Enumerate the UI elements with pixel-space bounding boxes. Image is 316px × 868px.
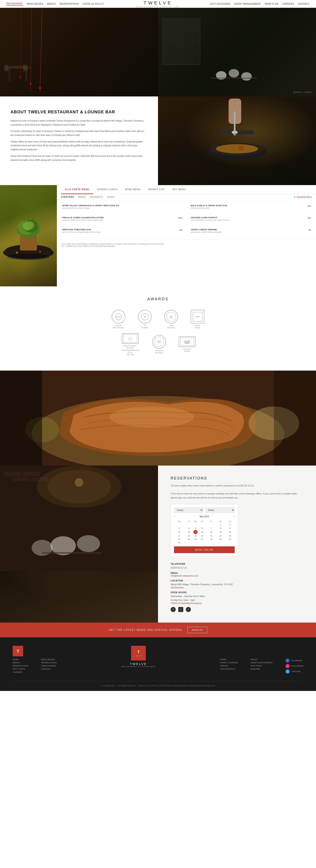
- cal-day[interactable]: 2: [225, 523, 235, 527]
- footer-col-2: MENU BOXES RESERVATIONS TWELVE NEWS CONT…: [41, 646, 57, 675]
- cal-day[interactable]: 31: [174, 541, 184, 544]
- award-fine-dining: Fine DiningRestaurant Michelin Guide & A…: [121, 333, 140, 356]
- cal-day[interactable]: 30: [225, 537, 235, 541]
- cal-day[interactable]: 15: [216, 530, 225, 534]
- footer-link-reservations[interactable]: RESERVATIONS: [13, 665, 29, 667]
- subtab-starters[interactable]: STARTERS: [61, 196, 74, 198]
- cal-day[interactable]: 17: [174, 534, 184, 537]
- cal-day[interactable]: 14: [207, 530, 216, 534]
- awards-row-2: Fine DiningRestaurant Michelin Guide & A…: [17, 333, 299, 356]
- svg-text:T: T: [16, 649, 19, 654]
- footer-link-our-food[interactable]: OUR FOOD: [251, 665, 273, 667]
- nav-link-event-management[interactable]: EVENT MANAGEMENT: [234, 3, 261, 5]
- footer-link-gift-cards[interactable]: GIFT CARDS: [13, 668, 29, 670]
- cal-next-btn[interactable]: ›: [234, 515, 235, 518]
- cal-day-today[interactable]: 12: [194, 530, 198, 534]
- email-link[interactable]: info@twelve-restaurant.co.uk: [171, 575, 303, 577]
- svg-text:Lancs: Lancs: [169, 317, 173, 318]
- footer-link-careers[interactable]: CAREERS: [13, 671, 29, 673]
- tab-wine-menu[interactable]: WINE MENU: [121, 185, 144, 194]
- cal-day[interactable]: 11: [184, 530, 194, 534]
- footer-link-home-2[interactable]: HOME: [220, 658, 238, 660]
- nav-link-restaurant[interactable]: RESTAURANT: [6, 2, 23, 5]
- download-menu-btn[interactable]: ⬇ Download Menu: [294, 196, 312, 198]
- footer-twitter-link[interactable]: t TWITTER: [285, 670, 303, 674]
- footer-link-home[interactable]: HOME: [13, 658, 29, 660]
- nav-link-gift-vouchers[interactable]: GIFT VOUCHERS: [210, 3, 231, 5]
- cal-day[interactable]: 19: [194, 534, 198, 537]
- newsletter-signup-btn[interactable]: Sign Up: [187, 627, 207, 633]
- menu-allergy-note: If you suffer with a food allergy or int…: [57, 240, 316, 250]
- nav-link-contact[interactable]: CONTACT: [298, 3, 310, 5]
- footer-link-twelve-news[interactable]: TWELVE NEWS: [41, 665, 57, 667]
- dinner-select[interactable]: Dinner: [205, 507, 235, 513]
- footer-link-enquire[interactable]: ENQUIRE: [251, 668, 273, 670]
- tab-drinks-list[interactable]: DRINKS LIST: [144, 185, 169, 194]
- svg-rect-19: [211, 78, 257, 79]
- cal-day[interactable]: 24: [174, 537, 184, 541]
- nav-link-careers[interactable]: CAREERS: [282, 3, 294, 5]
- svg-point-41: [23, 221, 33, 230]
- cal-day[interactable]: 26: [194, 537, 198, 541]
- nav-link-menus[interactable]: MENUS: [47, 3, 56, 5]
- footer-link-event-catering[interactable]: EVENT CATERING: [220, 661, 238, 664]
- cal-prev-btn[interactable]: ‹: [174, 515, 175, 518]
- cal-day[interactable]: 29: [216, 537, 225, 541]
- footer-link-menu-boxes[interactable]: MENU BOXES: [41, 658, 57, 660]
- subtab-sides[interactable]: SIDES: [107, 196, 115, 198]
- cal-day[interactable]: 21: [207, 534, 216, 537]
- nav-link-covid[interactable]: COVID-19 POLICY: [82, 3, 104, 5]
- cal-day[interactable]: 10: [174, 530, 184, 534]
- cal-day[interactable]: 1: [216, 523, 225, 527]
- subtab-mains[interactable]: MAINS: [78, 196, 86, 198]
- subtab-desserts[interactable]: DESSERTS: [90, 196, 103, 198]
- cal-day[interactable]: 25: [184, 537, 194, 541]
- instagram-icon[interactable]: □: [178, 607, 183, 612]
- cal-day[interactable]: 27: [198, 537, 207, 541]
- footer-link-menus[interactable]: MENUS: [13, 661, 29, 664]
- footer-link-event-management[interactable]: EVENT MANAGEMENT: [251, 661, 273, 664]
- cal-day[interactable]: 22: [216, 534, 225, 537]
- footer-link-testimonials[interactable]: TESTIMONIALS: [220, 668, 238, 670]
- cal-day[interactable]: 5: [194, 527, 198, 530]
- tab-a-la-carte[interactable]: A LA CARTE MENU: [61, 185, 93, 194]
- book-online-button[interactable]: Book Online: [174, 547, 235, 553]
- svg-rect-10: [4, 65, 8, 71]
- footer-facebook-link[interactable]: f FACEBOOK: [285, 658, 303, 663]
- about-para-3: Twelve offers its loyal menu of local an…: [10, 140, 147, 152]
- cal-day[interactable]: 8: [216, 527, 225, 530]
- cal-day[interactable]: 16: [225, 530, 235, 534]
- facebook-icon[interactable]: f: [171, 607, 176, 612]
- svg-text:Award: Award: [157, 342, 161, 343]
- cal-day[interactable]: 6: [198, 527, 207, 530]
- footer-link-contact[interactable]: CONTACT: [41, 668, 57, 670]
- newsletter-text: GET THE LATEST NEWS AND SPECIAL OFFERS.: [109, 628, 183, 631]
- tab-sunday-lunch[interactable]: SUNDAY LUNCH: [93, 185, 121, 194]
- cal-day[interactable]: 28: [207, 537, 216, 541]
- download-label: Download Menu: [296, 196, 312, 198]
- cal-day[interactable]: 9: [225, 527, 235, 530]
- nav-link-whats-on[interactable]: WHAT'S ON: [265, 3, 278, 5]
- footer-link-reservations-2[interactable]: RESERVATIONS: [41, 661, 57, 664]
- cal-day[interactable]: 3: [174, 527, 184, 530]
- covers-select[interactable]: Covers: [174, 507, 203, 513]
- covid-procedures-link[interactable]: COVID-19 Operating Procedures: [171, 602, 303, 604]
- nav-link-reservations[interactable]: RESERVATIONS: [60, 3, 78, 5]
- cal-day[interactable]: 4: [184, 527, 194, 530]
- cal-day[interactable]: 18: [184, 534, 194, 537]
- twitter-icon[interactable]: t: [186, 607, 191, 612]
- cal-day[interactable]: 20: [198, 534, 207, 537]
- cal-day[interactable]: 23: [225, 534, 235, 537]
- cal-day[interactable]: 7: [207, 527, 216, 530]
- footer-link-venues[interactable]: VENUES: [220, 665, 238, 667]
- nav-link-menu-boxes[interactable]: MENU BOXES: [27, 3, 43, 5]
- directions-link[interactable]: Get Directions: [171, 587, 303, 589]
- footer-link-about[interactable]: ABOUT: [251, 658, 273, 660]
- footer-instagram-link[interactable]: ◻ INSTAGRAM: [285, 664, 303, 668]
- tab-set-menu[interactable]: SET MENU: [169, 185, 190, 194]
- cal-day[interactable]: 13: [198, 530, 207, 534]
- footer-columns: T HOME MENUS RESERVATIONS GIFT CARDS CAR…: [13, 646, 303, 675]
- hero-cta-text[interactable]: MAKE A TABLE: [293, 91, 312, 93]
- svg-rect-74: [4, 472, 21, 476]
- menu-item-2-name: TREACLE CURED SALMON BALLOTINE: [62, 216, 104, 219]
